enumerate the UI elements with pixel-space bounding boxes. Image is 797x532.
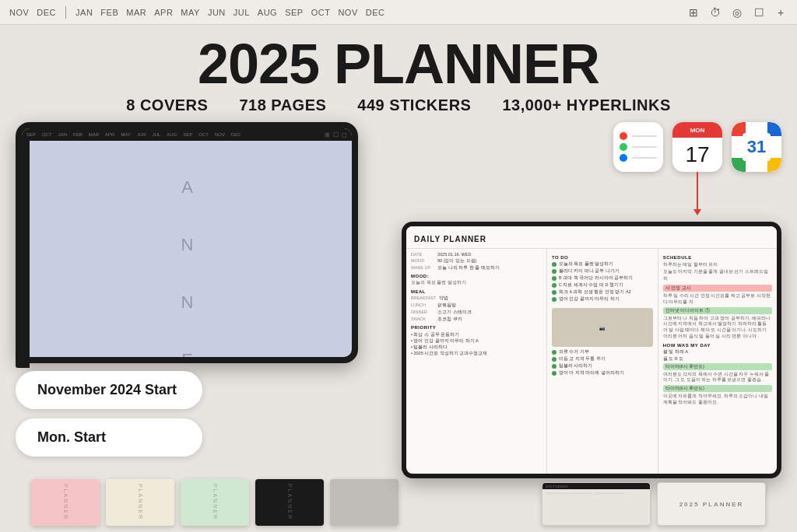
stats-row: 8 COVERS 718 PAGES 449 STICKERS 13,000+ … (126, 96, 671, 114)
dp-todo-8: 미등 교 지역 두통 주기 (552, 356, 653, 362)
cover-black[interactable]: PLANNER (255, 479, 324, 526)
month-apr[interactable]: APR (154, 8, 173, 17)
month-jul[interactable]: JUL (233, 8, 250, 17)
cover-gray[interactable] (330, 479, 398, 526)
plus-icon[interactable]: + (774, 5, 788, 19)
month-sep[interactable]: SEP (285, 8, 304, 17)
calendar-app-icon[interactable]: MON 17 (672, 122, 722, 172)
dp-todo-title: TO DO (552, 255, 653, 260)
dp-hwmd-2: 을 도 R 도 (663, 356, 772, 362)
stickers-stat: 449 STICKERS (357, 96, 471, 114)
dp-left-col: DATE 2025.01.16. WED MOOD 90 (깊이 있는 드림) … (406, 249, 547, 474)
tablet-mockup: SEP OCT JAN FEB MAR APR MAY JUN JUL AUG … (16, 122, 358, 363)
gcal-date: 31 (747, 137, 766, 157)
content-area: SEP OCT JAN FEB MAR APR MAY JUN JUL AUG … (0, 114, 797, 532)
google-calendar-icon[interactable]: 31 (732, 122, 781, 172)
dp-schedule-items: 하루하는 매일 할부터 유지 오늘도 마지막 기분을 좋게 끝내보 선기 스트레… (663, 261, 772, 282)
dp-todo-section: MOOD: (411, 274, 542, 278)
dp-schedule-title: SCHEDULE (663, 255, 772, 260)
dp-goal-text: 오늘의 목표 플랜 달성하기 (411, 280, 542, 286)
dp-todo-3: B 과대 책 국어단 러시아어 공부하기 (552, 275, 653, 281)
page-title: 2025 PLANNER (198, 36, 599, 92)
november-start-button[interactable]: November 2024 Start (16, 371, 202, 409)
pages-stat: 718 PAGES (239, 96, 326, 114)
red-arrow-head (693, 209, 701, 215)
dp-todo-2: 블라디 카이 떠나 공부 나가기 (552, 268, 653, 274)
cover-pink[interactable]: PLANNER (31, 479, 100, 526)
dp-howwasmyday-title: HOW WAS MY DAY (663, 343, 772, 348)
cover-cream[interactable]: PLANNER (106, 479, 174, 526)
right-panel: MON 17 (402, 122, 781, 532)
dp-todo-1: 오늘의 목표 플랜 달성하기 (552, 261, 653, 267)
dp-todo-6: 영어 인강 끝까지 마무리 하기 (552, 296, 653, 302)
cover-green[interactable]: PLANNER (181, 479, 249, 526)
daily-planner-body: DATE 2025.01.16. WED MOOD 90 (깊이 있는 드림) … (406, 249, 777, 474)
tablet-screen: P L A N N E R (22, 128, 352, 357)
reminders-app-icon[interactable] (613, 122, 663, 172)
app-icons-row: MON 17 (402, 122, 781, 211)
cover-thumbnails: PLANNER PLANNER PLANNER PLANNER (31, 479, 398, 526)
month-navigation[interactable]: NOV DEC JAN FEB MAR APR MAY JUN JUL AUG … (9, 6, 385, 19)
rem-dot-green (620, 143, 627, 151)
daily-planner-header: DAILY PLANNER (406, 226, 777, 249)
month-aug[interactable]: AUG (258, 8, 277, 17)
month-mar[interactable]: MAR (126, 8, 146, 17)
dp-date-value: 2025.01.16. WED (437, 252, 542, 257)
covers-stat: 8 COVERS (126, 96, 208, 114)
circle-icon[interactable]: ◎ (730, 5, 744, 19)
calendar-app-container: MON 17 (672, 122, 722, 211)
main-content: 2025 PLANNER 8 COVERS 718 PAGES 449 STIC… (0, 25, 797, 532)
calendar-date: 17 (685, 142, 709, 167)
dp-timer-2: 타이머(6시 후반도) (663, 385, 772, 392)
dp-timer-1: 타이머(6시 후반도) (663, 363, 772, 370)
rem-dot-blue (620, 154, 627, 162)
calendar-day-label: MON (690, 127, 705, 134)
dp-schedule-text2: 그로부터 나 처음 하야 고과 영어 공부하기, 배프라니 시간에 지역에서 학… (663, 316, 772, 340)
preview-2[interactable]: 2025 PLANNER (657, 482, 766, 526)
top-bar: NOV DEC JAN FEB MAR APR MAY JUN JUL AUG … (0, 0, 797, 25)
left-panel: SEP OCT JAN FEB MAR APR MAY JUN JUL AUG … (16, 122, 389, 532)
month-dec1[interactable]: DEC (37, 8, 56, 17)
dp-hwmd-1: 팔 및 하려 A (663, 349, 772, 355)
month-oct[interactable]: OCT (311, 8, 331, 17)
dp-middle-col: TO DO 오늘의 목표 플랜 달성하기 블라디 카이 떠나 공부 나가기 (547, 249, 658, 474)
month-may[interactable]: MAY (181, 8, 200, 17)
dp-mood-label: MOOD (411, 258, 434, 263)
dp-date-label: DATE (411, 252, 434, 257)
dp-todo-7: 의류 수거 기부 (552, 349, 653, 355)
dp-todo-9: 텀블러 사라하기 (552, 363, 653, 369)
dp-wakeup-label: WAKE UP (411, 265, 434, 270)
dp-todo-4: C 자료 세계사 수업 떠 D 챙기기 (552, 282, 653, 288)
dp-right-col: SCHEDULE 하루하는 매일 할부터 유지 오늘도 마지막 기분을 좋게 끝… (658, 249, 777, 474)
grid-icon[interactable]: ⊞ (686, 5, 700, 19)
mon-start-button[interactable]: Mon. Start (16, 418, 202, 457)
dp-wakeup-value: 오늘 나의 하루 한 줄 메모하기 (437, 265, 542, 271)
dp-green-schedule: 인터넷 미디어이트 ① (663, 307, 772, 314)
hyperlinks-stat: 13,000+ HYPERLINKS (502, 96, 670, 114)
month-nov1[interactable]: NOV (9, 8, 29, 17)
daily-planner-screen: DAILY PLANNER DATE 2025.01.16. WED MOOD … (406, 226, 777, 474)
dp-hwmd-text2: 이곳에 자유롭게 적어주세요. 하루의 소감이나 내일 계획을 적어봐도 좋겠어… (663, 394, 772, 405)
preview-1[interactable]: 2025 PLANNER (542, 482, 651, 526)
dp-meal-section: MEAL (411, 289, 542, 294)
month-jan[interactable]: JAN (75, 8, 93, 17)
daily-planner-tablet: DAILY PLANNER DATE 2025.01.16. WED MOOD … (402, 222, 781, 478)
month-feb[interactable]: FEB (100, 8, 118, 17)
dp-hwmd-text: 여러분도 각자의 목에서 수면 시간을 자꾸 누워서 줄이기. 그 도 도움이 … (663, 372, 772, 383)
month-dec2[interactable]: DEC (366, 8, 385, 17)
clock-icon[interactable]: ⏱ (708, 5, 722, 19)
dp-mood-value: 90 (깊이 있는 드림) (437, 258, 542, 264)
dp-todo-10: 영어 더 지역 머리에 넣어라하기 (552, 370, 653, 376)
dp-photo-area: 📷 의류 수거 기부 미등 교 지역 두통 주기 (552, 308, 653, 376)
square-icon[interactable]: ☐ (752, 5, 766, 19)
dp-pink-schedule: 사 안정 교시 (663, 285, 772, 292)
planner-vertical-label: P L A N N E R (177, 128, 197, 357)
reminders-icon-content (613, 126, 663, 168)
dp-schedule-text: 하루 일 수리 시간 안정 시간표를 짜고 공부로 시작한다 마무리를 지 (663, 293, 772, 305)
month-nov2[interactable]: NOV (338, 8, 357, 17)
dp-priorities: • 최상 스 공무 운동하기 • 영어 인강 끝까지 마무리 하기 A • 텀블… (411, 331, 542, 357)
red-arrow-line (697, 172, 698, 211)
dp-todo-5: 체크 A 과학 선생 행운 안정 받기 A2 (552, 289, 653, 295)
toolbar-icons: ⊞ ⏱ ◎ ☐ + (686, 5, 788, 19)
month-jun[interactable]: JUN (208, 8, 226, 17)
